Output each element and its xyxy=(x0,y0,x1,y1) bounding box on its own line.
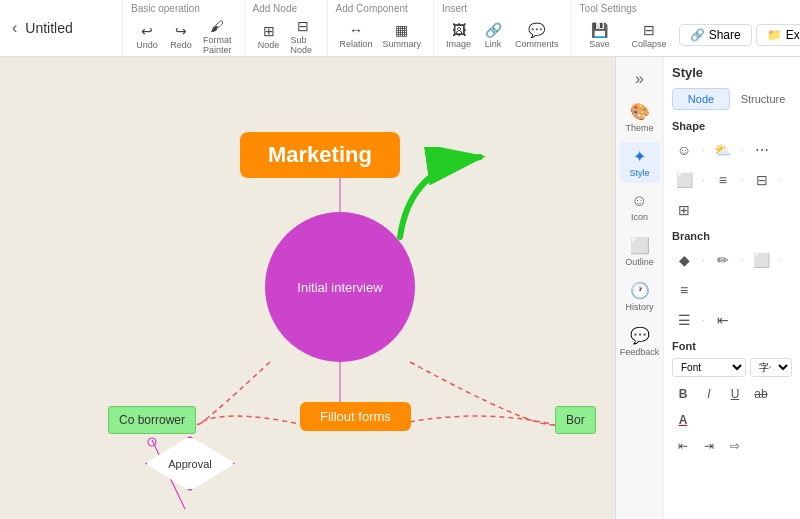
section-label-addcomponent: Add Component xyxy=(336,0,408,14)
link-button[interactable]: 🔗 Link xyxy=(477,20,509,51)
toolbar-section-add-node: Add Node ⊞ Node ⊟ Sub Node xyxy=(245,0,328,56)
comments-label: Comments xyxy=(515,39,559,49)
icon-icon: ☺ xyxy=(631,192,647,210)
branch-divider-1: · xyxy=(702,255,705,266)
shape-dash-button[interactable]: ⊟ xyxy=(750,168,774,192)
marketing-node[interactable]: Marketing xyxy=(240,132,400,178)
align-left-button[interactable]: ⇤ xyxy=(672,435,694,457)
tab-node[interactable]: Node xyxy=(672,88,730,110)
link-label: Link xyxy=(485,39,502,49)
collapse-button[interactable]: ⊟ Collapse xyxy=(624,20,675,51)
history-label: History xyxy=(625,302,653,312)
shape-cloud-button[interactable]: ⛅ xyxy=(711,138,735,162)
shape-rect-button[interactable]: ⬜ xyxy=(672,168,696,192)
format-row: B I U ab A xyxy=(672,383,792,431)
co-borrower-node[interactable]: Co borrower xyxy=(108,406,196,434)
comments-button[interactable]: 💬 Comments xyxy=(511,20,563,51)
strikethrough-button[interactable]: ab xyxy=(750,383,772,405)
branch-row-2: ☰ · ⇤ xyxy=(672,308,792,332)
shape-row-1: ☺ · ⛅ · ⋯ xyxy=(672,138,792,162)
relation-icon: ↔ xyxy=(349,22,363,38)
undo-button[interactable]: ↩ Undo xyxy=(131,21,163,52)
save-label: Save xyxy=(589,39,610,49)
panel-outline-button[interactable]: ⬜ Outline xyxy=(620,231,660,272)
tab-structure[interactable]: Structure xyxy=(734,88,792,110)
outline-icon: ⬜ xyxy=(630,236,650,255)
style-label: Style xyxy=(629,168,649,178)
toolbar-section-basic: Basic operation ↩ Undo ↪ Redo 🖌 Format P… xyxy=(123,0,245,56)
branch-indent-button[interactable]: ⇤ xyxy=(711,308,735,332)
history-icon: 🕐 xyxy=(630,281,650,300)
shape-more-button[interactable]: ⋯ xyxy=(750,138,774,162)
panel-feedback-button[interactable]: 💬 Feedback xyxy=(620,321,660,362)
bor-node[interactable]: Bor xyxy=(555,406,596,434)
fillout-forms-node[interactable]: Fillout forms xyxy=(300,402,411,431)
branch-rect-button[interactable]: ⬜ xyxy=(750,248,774,272)
svg-point-3 xyxy=(148,438,156,446)
format-painter-button[interactable]: 🖌 Format Painter xyxy=(199,16,236,57)
initial-interview-node[interactable]: Initial interview xyxy=(265,212,415,362)
align-right-button[interactable]: ⇨ xyxy=(724,435,746,457)
redo-button[interactable]: ↪ Redo xyxy=(165,21,197,52)
branch-list-button[interactable]: ☰ xyxy=(672,308,696,332)
share-button[interactable]: 🔗 Share xyxy=(679,24,752,46)
add-node-buttons: ⊞ Node ⊟ Sub Node xyxy=(253,14,319,59)
canvas[interactable]: Marketing Initial interview Fillout form… xyxy=(0,57,615,519)
undo-label: Undo xyxy=(136,40,158,50)
format-painter-icon: 🖌 xyxy=(210,18,224,34)
insert-buttons: 🖼 Image 🔗 Link 💬 Comments xyxy=(442,14,563,56)
panel-icon-button[interactable]: ☺ Icon xyxy=(620,187,660,227)
toolbar-section-add-component: Add Component ↔ Relation ▦ Summary xyxy=(328,0,435,56)
font-section-label: Font xyxy=(672,340,792,352)
save-button[interactable]: 💾 Save xyxy=(580,20,620,51)
align-center-button[interactable]: ⇥ xyxy=(698,435,720,457)
share-label: Share xyxy=(709,28,741,42)
bold-button[interactable]: B xyxy=(672,383,694,405)
panel-content: Style Node Structure Shape ☺ · ⛅ · ⋯ ⬜ xyxy=(664,57,800,519)
image-icon: 🖼 xyxy=(452,22,466,38)
branch-divider-2: · xyxy=(741,255,744,266)
branch-pen-button[interactable]: ✏ xyxy=(711,248,735,272)
approval-node[interactable]: Approval xyxy=(145,436,235,491)
basic-operation-buttons: ↩ Undo ↪ Redo 🖌 Format Painter xyxy=(131,14,236,59)
italic-button[interactable]: I xyxy=(698,383,720,405)
branch-lines2-button[interactable]: ≡ xyxy=(672,278,696,302)
font-select[interactable]: Font xyxy=(672,358,746,377)
shape-divider-1: · xyxy=(702,145,705,156)
back-button[interactable]: ‹ xyxy=(12,19,17,37)
panel-history-button[interactable]: 🕐 History xyxy=(620,276,660,317)
marketing-label: Marketing xyxy=(268,142,372,167)
branch-diamond-button[interactable]: ◆ xyxy=(672,248,696,272)
panel-collapse-button[interactable]: » xyxy=(620,65,660,93)
panel-style-button[interactable]: ✦ Style xyxy=(620,142,660,183)
section-label-insert: Insert xyxy=(442,0,467,14)
export-button[interactable]: 📁 Export xyxy=(756,24,800,46)
relation-label: Relation xyxy=(340,39,373,49)
main-area: Marketing Initial interview Fillout form… xyxy=(0,57,800,519)
shape-lines-button[interactable]: ≡ xyxy=(711,168,735,192)
summary-button[interactable]: ▦ Summary xyxy=(379,20,426,51)
shape-smiley-button[interactable]: ☺ xyxy=(672,138,696,162)
tab-structure-label: Structure xyxy=(741,93,786,105)
font-size-select[interactable]: 字号· xyxy=(750,358,792,377)
underline-button[interactable]: U xyxy=(724,383,746,405)
shape-divider-4: · xyxy=(741,175,744,186)
share-icon: 🔗 xyxy=(690,28,705,42)
sub-node-button[interactable]: ⊟ Sub Node xyxy=(287,16,319,57)
font-color-button[interactable]: A xyxy=(672,409,694,431)
shape-grid-button[interactable]: ⊞ xyxy=(672,198,696,222)
shape-divider-5: · xyxy=(780,175,783,186)
node-button[interactable]: ⊞ Node xyxy=(253,21,285,52)
image-button[interactable]: 🖼 Image xyxy=(442,20,475,51)
style-panel-title: Style xyxy=(672,65,792,80)
summary-icon: ▦ xyxy=(395,22,408,38)
panel-theme-button[interactable]: 🎨 Theme xyxy=(620,97,660,138)
sub-node-label: Sub Node xyxy=(291,35,315,55)
shape-divider-2: · xyxy=(741,145,744,156)
relation-button[interactable]: ↔ Relation xyxy=(336,20,377,51)
collapse-panel-icon: » xyxy=(635,70,644,88)
toolbar: ‹ Untitled Basic operation ↩ Undo ↪ Redo… xyxy=(0,0,800,57)
theme-label: Theme xyxy=(625,123,653,133)
tool-settings-label: Tool Settings xyxy=(580,0,637,14)
app-title: Untitled xyxy=(25,20,72,36)
